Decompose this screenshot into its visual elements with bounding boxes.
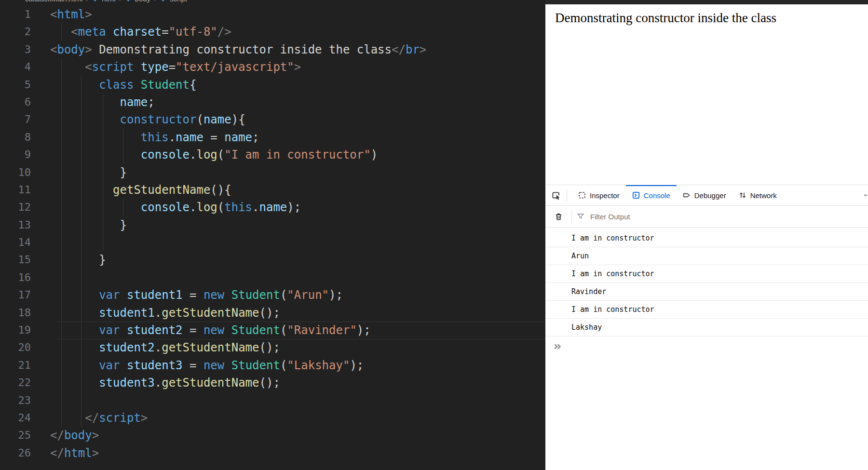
tab-debugger[interactable]: Debugger bbox=[677, 185, 732, 205]
code-line[interactable]: 18 student1.getStudentName(); bbox=[0, 304, 545, 322]
code-text: var student3 = new Student("Lakshay"); bbox=[31, 357, 364, 374]
code-line[interactable]: 11 getStudentName(){ bbox=[0, 181, 545, 199]
line-number: 21 bbox=[0, 357, 31, 374]
code-line[interactable]: 20 student2.getStudentName(); bbox=[0, 339, 545, 356]
code-text: student2.getStudentName(); bbox=[31, 339, 280, 356]
prompt-chevron-icon bbox=[553, 341, 563, 352]
line-number: 3 bbox=[0, 41, 31, 58]
line-number: 5 bbox=[0, 76, 31, 94]
app-root: callbackMain.html › html › body › script… bbox=[0, 0, 868, 470]
code-line[interactable]: 8 this.name = name; bbox=[0, 129, 545, 146]
breadcrumb-segment[interactable]: html bbox=[102, 0, 115, 3]
tab-label: Network bbox=[750, 191, 777, 200]
symbol-icon bbox=[160, 0, 166, 2]
line-number: 19 bbox=[0, 322, 31, 339]
browser-panel: Demonstrating constructor inside the cla… bbox=[545, 0, 868, 470]
filter-output-input[interactable] bbox=[589, 212, 868, 221]
breadcrumb[interactable]: callbackMain.html › html › body › script bbox=[0, 0, 545, 4]
code-line[interactable]: 17 var student1 = new Student("Arun"); bbox=[0, 286, 545, 304]
code-text: console.log(this.name); bbox=[31, 199, 301, 216]
tab-inspector[interactable]: Inspector bbox=[572, 185, 626, 205]
code-text: getStudentName(){ bbox=[31, 181, 231, 199]
code-text: name; bbox=[31, 94, 155, 111]
code-text: </body> bbox=[31, 427, 99, 444]
line-number: 17 bbox=[0, 286, 31, 304]
code-line[interactable]: 19 var student2 = new Student("Ravinder"… bbox=[0, 322, 545, 339]
code-line[interactable]: 26</html> bbox=[0, 444, 545, 462]
code-text: </html> bbox=[31, 444, 99, 462]
code-line[interactable]: 10 } bbox=[0, 164, 545, 181]
line-number: 25 bbox=[0, 427, 31, 444]
filter-icon bbox=[577, 213, 584, 220]
code-text: console.log("I am in constructor") bbox=[31, 146, 378, 163]
code-text: var student2 = new Student("Ravinder"); bbox=[31, 322, 371, 339]
tab-label: Inspector bbox=[590, 191, 620, 200]
breadcrumb-file[interactable]: callbackMain.html bbox=[25, 0, 82, 3]
line-number: 8 bbox=[0, 129, 31, 146]
console-log-row: I am in constructor bbox=[545, 301, 868, 319]
code-line[interactable]: 12 console.log(this.name); bbox=[0, 199, 545, 216]
line-number: 11 bbox=[0, 181, 31, 199]
line-number: 14 bbox=[0, 234, 31, 251]
line-number: 16 bbox=[0, 269, 31, 286]
code-line[interactable]: 1<html> bbox=[0, 6, 545, 23]
console-log-row: Lakshay bbox=[545, 319, 868, 336]
code-line[interactable]: 7 constructor(name){ bbox=[0, 111, 545, 128]
tab-network[interactable]: Network bbox=[732, 185, 783, 205]
code-text: student1.getStudentName(); bbox=[31, 304, 280, 322]
code-line[interactable]: 14 bbox=[0, 234, 545, 251]
tab-label: Debugger bbox=[694, 191, 726, 200]
breadcrumb-separator: › bbox=[154, 0, 156, 3]
toolbar-separator bbox=[567, 189, 567, 201]
tab-console[interactable]: Console bbox=[626, 185, 677, 205]
breadcrumb-separator: › bbox=[86, 0, 88, 3]
code-text: <html> bbox=[31, 6, 92, 23]
line-number: 10 bbox=[0, 164, 31, 181]
devtools: Inspector Console bbox=[545, 185, 868, 470]
toolbar-separator bbox=[571, 210, 572, 223]
trash-icon bbox=[555, 213, 563, 221]
line-number: 12 bbox=[0, 199, 31, 216]
node-picker-button[interactable] bbox=[545, 185, 567, 205]
code-line[interactable]: 22 student3.getStudentName(); bbox=[0, 374, 545, 391]
line-number: 2 bbox=[0, 23, 31, 40]
code-text: this.name = name; bbox=[31, 129, 259, 146]
code-line[interactable]: 5 class Student{ bbox=[0, 76, 545, 94]
console-icon bbox=[632, 191, 640, 199]
code-text: <meta charset="utf-8"/> bbox=[31, 23, 231, 40]
breadcrumb-segment[interactable]: body bbox=[135, 0, 151, 3]
console-toolbar bbox=[545, 206, 868, 228]
code-line[interactable]: 9 console.log("I am in constructor") bbox=[0, 146, 545, 163]
debugger-icon bbox=[683, 191, 691, 199]
code-text: <script type="text/javascript"> bbox=[31, 58, 301, 76]
code-line[interactable]: 24 </script> bbox=[0, 409, 545, 427]
code-text: student3.getStudentName(); bbox=[31, 374, 280, 391]
breadcrumb-separator: › bbox=[119, 0, 122, 3]
code-line[interactable]: 2 <meta charset="utf-8"/> bbox=[0, 23, 545, 40]
code-line[interactable]: 3<body> Demonstrating constructor inside… bbox=[0, 41, 545, 58]
line-number: 1 bbox=[0, 6, 31, 23]
code-line[interactable]: 21 var student3 = new Student("Lakshay")… bbox=[0, 357, 545, 374]
code-editor: callbackMain.html › html › body › script… bbox=[0, 0, 545, 470]
code-line[interactable]: 4 <script type="text/javascript"> bbox=[0, 58, 545, 76]
breadcrumb-segment[interactable]: script bbox=[170, 0, 187, 3]
line-number: 23 bbox=[0, 392, 31, 409]
line-number: 6 bbox=[0, 94, 31, 111]
code-line[interactable]: 13 } bbox=[0, 216, 545, 234]
browser-page: Demonstrating constructor inside the cla… bbox=[545, 4, 868, 185]
partial-tab-icon[interactable] bbox=[864, 185, 868, 205]
code-line[interactable]: 6 name; bbox=[0, 94, 545, 111]
line-number: 15 bbox=[0, 251, 31, 269]
code-line[interactable]: 23 bbox=[0, 392, 545, 409]
clear-console-button[interactable] bbox=[550, 206, 567, 227]
inspector-icon bbox=[578, 191, 586, 199]
console-input-line[interactable] bbox=[545, 336, 868, 352]
line-number: 22 bbox=[0, 374, 31, 391]
console-log-row: I am in constructor bbox=[545, 265, 868, 283]
code-line[interactable]: 15 } bbox=[0, 251, 545, 269]
code-line[interactable]: 16 bbox=[0, 269, 545, 286]
console-output: I am in constructor Arun I am in constru… bbox=[545, 228, 868, 336]
code-area: 1<html>2 <meta charset="utf-8"/>3<body> … bbox=[0, 6, 545, 462]
code-line[interactable]: 25</body> bbox=[0, 427, 545, 444]
code-text: </script> bbox=[31, 409, 148, 427]
